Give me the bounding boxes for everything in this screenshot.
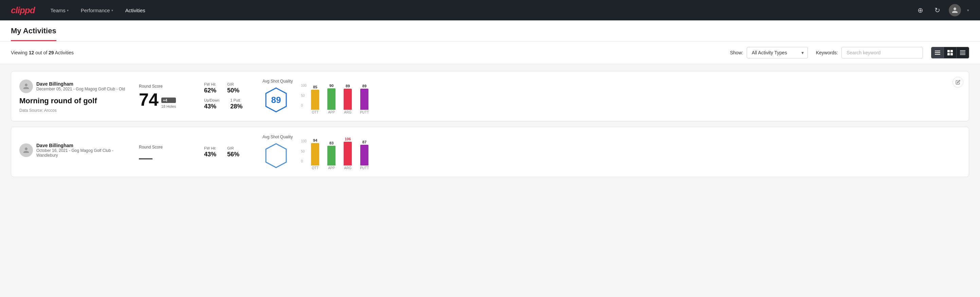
edit-button-1[interactable] <box>953 77 963 88</box>
svg-rect-6 <box>950 53 953 55</box>
y-label-100: 100 <box>301 84 307 87</box>
user-info-1: Dave Billingham December 05, 2021 - Gog … <box>19 80 128 93</box>
round-score-2: Round Score <box>139 145 193 160</box>
nav-teams[interactable]: Teams ▾ <box>46 5 73 16</box>
stat-row-2-top: FW Hit 43% GIR 56% <box>204 146 251 158</box>
arg-value-label-2: 106 <box>345 137 351 141</box>
arg-x-label-2: ARG <box>344 166 352 170</box>
view-toggle <box>931 47 969 59</box>
svg-rect-9 <box>960 53 966 54</box>
round-score-1: Round Score 74 +4 18 Holes <box>139 84 193 109</box>
putt-value-label-2: 87 <box>362 140 366 144</box>
putt-x-label: PUTT <box>360 110 369 114</box>
show-label: Show: <box>730 50 743 55</box>
view-compact-button[interactable] <box>956 47 969 58</box>
gir-stat-2: GIR 56% <box>227 146 239 158</box>
ott-bar <box>311 90 319 110</box>
user-date-2: October 16, 2021 - Gog Magog Golf Club -… <box>37 148 128 158</box>
stats-1: FW Hit 62% GIR 50% Up/Down 43% 1 Putt 28… <box>204 82 251 110</box>
logo: clippd <box>11 5 35 16</box>
activity-type-select[interactable]: All Activity Types <box>747 47 808 59</box>
show-filter-group: Show: All Activity Types <box>730 47 808 59</box>
activity-card-1: Dave Billingham December 05, 2021 - Gog … <box>11 71 969 121</box>
y-axis-1: 100 50 0 <box>301 84 307 107</box>
nav-activities[interactable]: Activities <box>121 5 150 16</box>
y-label-100-2: 100 <box>301 139 307 143</box>
stats-2: FW Hit 43% GIR 56% <box>204 146 251 158</box>
bar-putt-2: 87 PUTT <box>360 140 369 170</box>
nav-right: ⊕ ↻ ▾ <box>915 4 969 16</box>
fw-hit-value-2: 43% <box>204 151 216 158</box>
avatar-button[interactable] <box>949 4 961 16</box>
updown-value: 43% <box>204 103 220 110</box>
putt-bar-2 <box>360 145 368 166</box>
app-value-label: 90 <box>329 84 334 88</box>
ott-value-label-2: 94 <box>313 138 317 142</box>
svg-rect-0 <box>935 51 940 51</box>
avatar-chevron-icon: ▾ <box>967 8 969 13</box>
viewing-count: 12 <box>29 50 34 55</box>
teams-chevron-icon: ▾ <box>67 8 68 12</box>
user-details-1: Dave Billingham December 05, 2021 - Gog … <box>37 81 125 91</box>
app-x-label-2: APP <box>328 166 335 170</box>
putt-value-label: 89 <box>362 84 366 88</box>
round-score-label-1: Round Score <box>139 84 193 89</box>
svg-rect-8 <box>960 52 966 52</box>
bar-chart-container-2: 100 50 0 94 OTT 83 APP <box>301 134 439 170</box>
user-date-1: December 05, 2021 - Gog Magog Golf Club … <box>37 87 125 91</box>
fw-hit-stat-2: FW Hit 43% <box>204 146 216 158</box>
bar-app-2: 83 APP <box>327 141 336 170</box>
fw-hit-label: FW Hit <box>204 82 216 86</box>
svg-rect-10 <box>960 54 966 55</box>
score-dash-2 <box>139 158 153 160</box>
putt-bar <box>360 89 368 110</box>
gir-label-2: GIR <box>227 146 239 150</box>
shot-quality-2: Avg Shot Quality 100 50 0 <box>262 134 439 170</box>
score-meta-1: +4 18 Holes <box>161 97 176 109</box>
keywords-label: Keywords: <box>816 50 838 55</box>
bar-chart-container-1: 100 50 0 85 OTT 90 APP <box>301 78 439 114</box>
oneputt-value: 28% <box>230 103 242 110</box>
arg-x-label: ARG <box>344 110 352 114</box>
viewing-total: 29 <box>49 50 54 55</box>
user-avatar-2 <box>19 144 33 157</box>
view-list-button[interactable] <box>931 47 944 58</box>
gir-value: 50% <box>227 87 239 94</box>
user-info-2: Dave Billingham October 16, 2021 - Gog M… <box>19 143 128 158</box>
keyword-input[interactable] <box>842 47 923 59</box>
fw-hit-label-2: FW Hit <box>204 146 216 150</box>
view-grid-button[interactable] <box>944 47 956 58</box>
svg-rect-7 <box>960 50 966 51</box>
svg-rect-3 <box>947 50 950 52</box>
add-button[interactable]: ⊕ <box>915 5 926 16</box>
card-left-2: Dave Billingham October 16, 2021 - Gog M… <box>19 143 128 161</box>
oneputt-stat: 1 Putt 28% <box>230 98 242 110</box>
y-label-0: 0 <box>301 104 307 107</box>
activity-title-1: Morning round of golf <box>19 96 128 105</box>
putt-x-label-2: PUTT <box>360 166 369 170</box>
shot-quality-content-1: Avg Shot Quality 89 <box>262 79 293 113</box>
nav-performance[interactable]: Performance ▾ <box>76 5 118 16</box>
fw-hit-stat: FW Hit 62% <box>204 82 216 94</box>
score-display-2 <box>139 152 193 160</box>
activity-card-2: Dave Billingham October 16, 2021 - Gog M… <box>11 127 969 177</box>
app-bar <box>327 88 336 110</box>
ott-bar-2 <box>311 143 319 166</box>
app-bar-2 <box>327 146 336 166</box>
gir-stat: GIR 50% <box>227 82 239 94</box>
app-x-label: APP <box>328 110 335 114</box>
updown-stat: Up/Down 43% <box>204 98 220 110</box>
shot-quality-label-2: Avg Shot Quality <box>262 134 293 139</box>
refresh-button[interactable]: ↻ <box>932 5 943 16</box>
activities-list: Dave Billingham December 05, 2021 - Gog … <box>0 64 980 184</box>
updown-label: Up/Down <box>204 98 220 102</box>
nav-links: Teams ▾ Performance ▾ Activities <box>46 5 904 16</box>
activity-type-select-wrapper: All Activity Types <box>747 47 808 59</box>
user-details-2: Dave Billingham October 16, 2021 - Gog M… <box>37 143 128 158</box>
gir-label: GIR <box>227 82 239 86</box>
stat-row-1-bottom: Up/Down 43% 1 Putt 28% <box>204 98 251 110</box>
arg-bar <box>344 89 352 110</box>
bar-ott-1: 85 OTT <box>311 85 319 114</box>
fw-hit-value: 62% <box>204 87 216 94</box>
hexagon-value-1: 89 <box>271 95 281 105</box>
